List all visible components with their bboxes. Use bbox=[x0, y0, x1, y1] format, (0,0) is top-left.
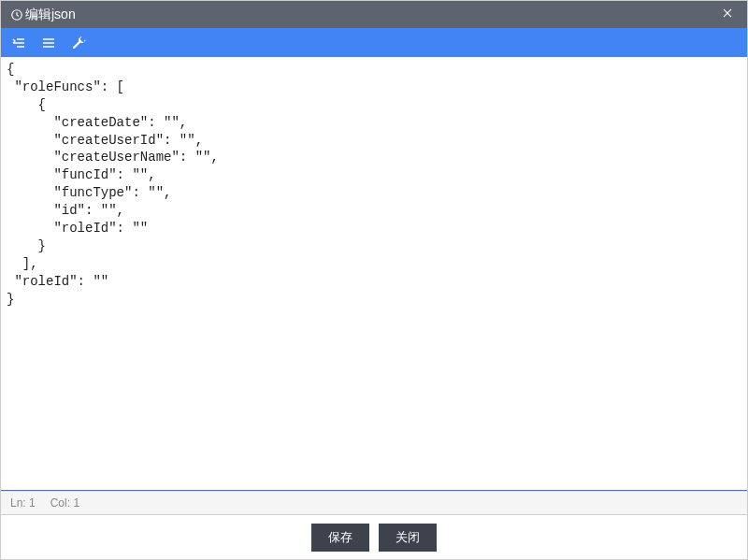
titlebar: 编辑json bbox=[1, 1, 747, 28]
json-editor[interactable]: { "roleFuncs": [ { "createDate": "", "cr… bbox=[1, 57, 747, 491]
save-button[interactable]: 保存 bbox=[311, 524, 369, 552]
close-button[interactable]: 关闭 bbox=[379, 524, 437, 552]
toolbar bbox=[1, 28, 747, 57]
format-outdent-icon[interactable] bbox=[38, 33, 59, 53]
window-title: 编辑json bbox=[25, 7, 717, 23]
wrench-icon[interactable] bbox=[68, 33, 89, 53]
line-indicator: Ln: 1 bbox=[10, 496, 36, 510]
statusbar: Ln: 1 Col: 1 bbox=[1, 491, 747, 514]
format-indent-icon[interactable] bbox=[8, 33, 29, 53]
close-icon[interactable] bbox=[717, 7, 738, 22]
clock-icon bbox=[10, 8, 23, 22]
footer: 保存 关闭 bbox=[1, 514, 747, 559]
col-indicator: Col: 1 bbox=[50, 496, 79, 510]
